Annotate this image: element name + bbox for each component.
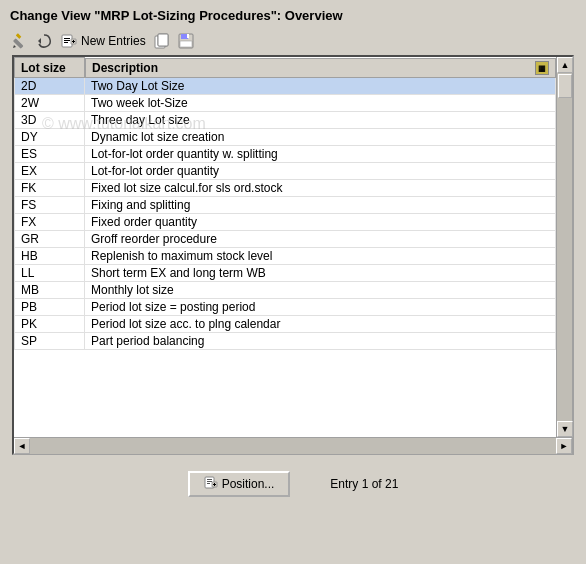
description-cell: Monthly lot size xyxy=(85,282,556,299)
vertical-scrollbar[interactable]: ▲ ▼ xyxy=(556,57,572,437)
table-row[interactable]: FKFixed lot size calcul.for sls ord.stoc… xyxy=(15,180,556,197)
description-cell: Period lot size acc. to plng calendar xyxy=(85,316,556,333)
description-cell: Dynamic lot size creation xyxy=(85,129,556,146)
table-row[interactable]: EXLot-for-lot order quantity xyxy=(15,163,556,180)
lot-size-cell: PK xyxy=(15,316,85,333)
lot-size-cell: FK xyxy=(15,180,85,197)
scroll-down-button[interactable]: ▼ xyxy=(557,421,573,437)
new-entries-label: New Entries xyxy=(81,34,146,48)
svg-rect-16 xyxy=(187,34,189,38)
description-cell: Period lot size = posting period xyxy=(85,299,556,316)
lot-size-cell: GR xyxy=(15,231,85,248)
horizontal-scrollbar[interactable]: ◄ ► xyxy=(14,437,572,453)
scroll-right-button[interactable]: ► xyxy=(556,438,572,454)
table-row[interactable]: FSFixing and splitting xyxy=(15,197,556,214)
lot-size-cell: 2D xyxy=(15,78,85,95)
svg-rect-17 xyxy=(180,41,192,47)
col-header-description: Description ▦ xyxy=(85,58,556,78)
description-cell: Replenish to maximum stock level xyxy=(85,248,556,265)
table-row[interactable]: LLShort term EX and long term WB xyxy=(15,265,556,282)
position-icon xyxy=(204,476,218,492)
column-settings-icon[interactable]: ▦ xyxy=(535,61,549,75)
scroll-thumb[interactable] xyxy=(558,74,572,98)
toolbar: New Entries xyxy=(4,29,582,55)
table-row[interactable]: 2DTwo Day Lot Size xyxy=(15,78,556,95)
lot-size-table: Lot size Description ▦ 2DTwo Day Lot Siz… xyxy=(14,57,556,350)
svg-rect-15 xyxy=(181,34,188,39)
table-row[interactable]: 3DThree day Lot size xyxy=(15,112,556,129)
refresh-icon[interactable] xyxy=(34,31,54,51)
entry-info: Entry 1 of 21 xyxy=(330,477,398,491)
lot-size-cell: 3D xyxy=(15,112,85,129)
lot-size-cell: DY xyxy=(15,129,85,146)
main-window: Change View "MRP Lot-Sizing Procedures":… xyxy=(0,0,586,564)
svg-rect-5 xyxy=(64,38,70,39)
table-row[interactable]: 2WTwo week lot-Size xyxy=(15,95,556,112)
description-cell: Lot-for-lot order quantity xyxy=(85,163,556,180)
table-row[interactable]: PKPeriod lot size acc. to plng calendar xyxy=(15,316,556,333)
svg-rect-2 xyxy=(16,33,22,39)
table-row[interactable]: SPPart period balancing xyxy=(15,333,556,350)
table-row[interactable]: ESLot-for-lot order quantity w. splittin… xyxy=(15,146,556,163)
hscroll-track xyxy=(30,438,556,454)
svg-marker-3 xyxy=(38,38,41,44)
description-cell: Groff reorder procedure xyxy=(85,231,556,248)
lot-size-cell: FS xyxy=(15,197,85,214)
scroll-left-button[interactable]: ◄ xyxy=(14,438,30,454)
description-cell: Fixing and splitting xyxy=(85,197,556,214)
new-entries-icon xyxy=(60,32,78,50)
lot-size-cell: MB xyxy=(15,282,85,299)
description-cell: Short term EX and long term WB xyxy=(85,265,556,282)
svg-rect-7 xyxy=(64,42,68,43)
table-row[interactable]: FXFixed order quantity xyxy=(15,214,556,231)
table-row[interactable]: MBMonthly lot size xyxy=(15,282,556,299)
scroll-track xyxy=(557,73,572,421)
page-title: Change View "MRP Lot-Sizing Procedures":… xyxy=(10,8,343,23)
table-row[interactable]: PBPeriod lot size = posting period xyxy=(15,299,556,316)
svg-rect-21 xyxy=(207,483,210,484)
lot-size-cell: HB xyxy=(15,248,85,265)
position-btn-label: Position... xyxy=(222,477,275,491)
col-header-lotsize: Lot size xyxy=(15,58,85,78)
table-row[interactable]: GRGroff reorder procedure xyxy=(15,231,556,248)
save-icon[interactable] xyxy=(176,31,196,51)
table-scroll-area: Lot size Description ▦ 2DTwo Day Lot Siz… xyxy=(14,57,556,437)
scroll-up-button[interactable]: ▲ xyxy=(557,57,573,73)
description-cell: Two week lot-Size xyxy=(85,95,556,112)
new-entries-button[interactable]: New Entries xyxy=(58,31,148,51)
svg-rect-6 xyxy=(64,40,70,41)
description-cell: Lot-for-lot order quantity w. splitting xyxy=(85,146,556,163)
position-button[interactable]: Position... xyxy=(188,471,291,497)
pencil-icon[interactable] xyxy=(10,31,30,51)
description-cell: Part period balancing xyxy=(85,333,556,350)
footer: Position... Entry 1 of 21 xyxy=(4,455,582,505)
title-bar: Change View "MRP Lot-Sizing Procedures":… xyxy=(4,4,582,29)
lot-size-cell: LL xyxy=(15,265,85,282)
svg-rect-13 xyxy=(158,34,168,46)
description-cell: Two Day Lot Size xyxy=(85,78,556,95)
table-row[interactable]: DYDynamic lot size creation xyxy=(15,129,556,146)
svg-rect-20 xyxy=(207,481,212,482)
table-container: © www.tutorialkart.com Lot size Descript… xyxy=(12,55,574,455)
lot-size-cell: ES xyxy=(15,146,85,163)
lot-size-cell: 2W xyxy=(15,95,85,112)
table-area: Lot size Description ▦ 2DTwo Day Lot Siz… xyxy=(12,55,574,455)
lot-size-cell: FX xyxy=(15,214,85,231)
description-cell: Fixed lot size calcul.for sls ord.stock xyxy=(85,180,556,197)
lot-size-cell: SP xyxy=(15,333,85,350)
copy-icon[interactable] xyxy=(152,31,172,51)
lot-size-cell: PB xyxy=(15,299,85,316)
description-cell: Three day Lot size xyxy=(85,112,556,129)
description-cell: Fixed order quantity xyxy=(85,214,556,231)
svg-marker-0 xyxy=(13,45,16,48)
svg-rect-19 xyxy=(207,479,212,480)
table-row[interactable]: HBReplenish to maximum stock level xyxy=(15,248,556,265)
lot-size-cell: EX xyxy=(15,163,85,180)
